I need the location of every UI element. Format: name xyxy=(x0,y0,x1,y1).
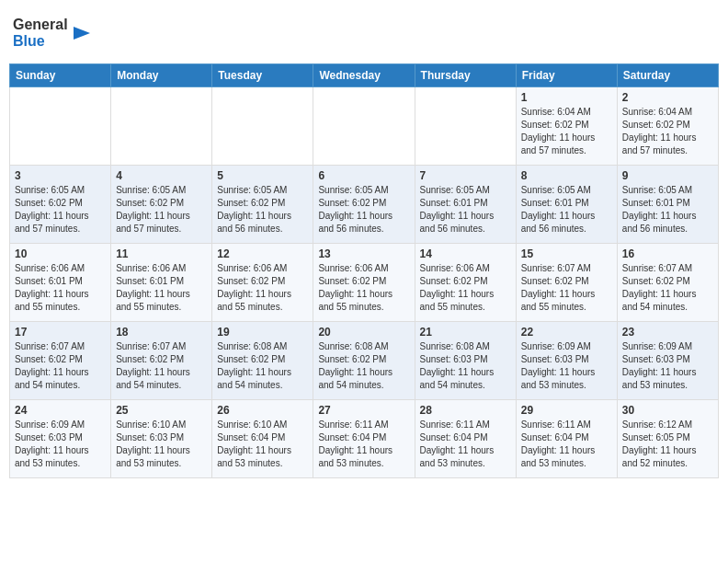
weekday-header-wednesday: Wednesday xyxy=(313,64,415,87)
logo-arrow-icon xyxy=(72,23,92,43)
calendar-cell xyxy=(10,87,111,166)
day-info: Sunrise: 6:09 AM Sunset: 6:03 PM Dayligh… xyxy=(622,340,713,392)
day-info: Sunrise: 6:06 AM Sunset: 6:02 PM Dayligh… xyxy=(318,262,409,314)
day-number: 10 xyxy=(15,247,106,260)
calendar-cell: 3Sunrise: 6:05 AM Sunset: 6:02 PM Daylig… xyxy=(10,166,111,244)
day-info: Sunrise: 6:11 AM Sunset: 6:04 PM Dayligh… xyxy=(318,419,409,470)
day-number: 22 xyxy=(521,326,612,339)
logo: General Blue xyxy=(13,17,92,49)
day-number: 13 xyxy=(318,247,409,260)
day-number: 3 xyxy=(15,169,106,182)
calendar-cell: 25Sunrise: 6:10 AM Sunset: 6:03 PM Dayli… xyxy=(111,400,212,478)
calendar-cell: 8Sunrise: 6:05 AM Sunset: 6:01 PM Daylig… xyxy=(516,166,617,244)
day-number: 2 xyxy=(622,91,713,104)
day-number: 6 xyxy=(318,169,409,182)
calendar-cell xyxy=(111,87,212,166)
day-info: Sunrise: 6:11 AM Sunset: 6:04 PM Dayligh… xyxy=(420,419,511,470)
calendar-cell: 18Sunrise: 6:07 AM Sunset: 6:02 PM Dayli… xyxy=(111,322,212,400)
day-number: 28 xyxy=(420,404,511,417)
weekday-header-sunday: Sunday xyxy=(10,64,111,87)
calendar-week-row: 3Sunrise: 6:05 AM Sunset: 6:02 PM Daylig… xyxy=(10,166,719,244)
day-info: Sunrise: 6:09 AM Sunset: 6:03 PM Dayligh… xyxy=(521,340,612,392)
calendar-cell: 24Sunrise: 6:09 AM Sunset: 6:03 PM Dayli… xyxy=(10,400,111,478)
day-number: 12 xyxy=(217,247,308,260)
day-number: 5 xyxy=(217,169,308,182)
day-info: Sunrise: 6:05 AM Sunset: 6:02 PM Dayligh… xyxy=(116,184,207,236)
day-number: 23 xyxy=(622,326,713,339)
day-info: Sunrise: 6:05 AM Sunset: 6:02 PM Dayligh… xyxy=(15,184,106,236)
day-number: 26 xyxy=(217,404,308,417)
day-info: Sunrise: 6:10 AM Sunset: 6:03 PM Dayligh… xyxy=(116,419,207,470)
calendar-cell: 19Sunrise: 6:08 AM Sunset: 6:02 PM Dayli… xyxy=(212,322,313,400)
day-number: 8 xyxy=(521,169,612,182)
day-info: Sunrise: 6:08 AM Sunset: 6:02 PM Dayligh… xyxy=(217,340,308,392)
day-number: 24 xyxy=(15,404,106,417)
day-number: 11 xyxy=(116,247,207,260)
calendar-cell: 28Sunrise: 6:11 AM Sunset: 6:04 PM Dayli… xyxy=(415,400,516,478)
calendar-cell: 6Sunrise: 6:05 AM Sunset: 6:02 PM Daylig… xyxy=(313,166,415,244)
calendar-cell: 1Sunrise: 6:04 AM Sunset: 6:02 PM Daylig… xyxy=(516,87,617,166)
day-number: 30 xyxy=(622,404,713,417)
calendar-cell: 22Sunrise: 6:09 AM Sunset: 6:03 PM Dayli… xyxy=(516,322,617,400)
day-number: 14 xyxy=(420,247,511,260)
svg-marker-0 xyxy=(74,27,90,40)
calendar-cell: 27Sunrise: 6:11 AM Sunset: 6:04 PM Dayli… xyxy=(313,400,415,478)
calendar-cell: 23Sunrise: 6:09 AM Sunset: 6:03 PM Dayli… xyxy=(617,322,718,400)
calendar-cell: 4Sunrise: 6:05 AM Sunset: 6:02 PM Daylig… xyxy=(111,166,212,244)
day-number: 29 xyxy=(521,404,612,417)
calendar-cell xyxy=(313,87,415,166)
day-number: 16 xyxy=(622,247,713,260)
day-number: 21 xyxy=(420,326,511,339)
day-number: 15 xyxy=(521,247,612,260)
day-info: Sunrise: 6:06 AM Sunset: 6:01 PM Dayligh… xyxy=(116,262,207,314)
calendar-cell: 21Sunrise: 6:08 AM Sunset: 6:03 PM Dayli… xyxy=(415,322,516,400)
weekday-header-friday: Friday xyxy=(516,64,617,87)
day-number: 7 xyxy=(420,169,511,182)
calendar-cell: 10Sunrise: 6:06 AM Sunset: 6:01 PM Dayli… xyxy=(10,244,111,322)
calendar-cell: 17Sunrise: 6:07 AM Sunset: 6:02 PM Dayli… xyxy=(10,322,111,400)
day-info: Sunrise: 6:08 AM Sunset: 6:03 PM Dayligh… xyxy=(420,340,511,392)
weekday-header-monday: Monday xyxy=(111,64,212,87)
calendar-cell: 14Sunrise: 6:06 AM Sunset: 6:02 PM Dayli… xyxy=(415,244,516,322)
weekday-header-tuesday: Tuesday xyxy=(212,64,313,87)
day-number: 18 xyxy=(116,326,207,339)
calendar-cell: 9Sunrise: 6:05 AM Sunset: 6:01 PM Daylig… xyxy=(617,166,718,244)
day-number: 19 xyxy=(217,326,308,339)
calendar-cell: 26Sunrise: 6:10 AM Sunset: 6:04 PM Dayli… xyxy=(212,400,313,478)
calendar-week-row: 1Sunrise: 6:04 AM Sunset: 6:02 PM Daylig… xyxy=(10,87,719,166)
day-number: 20 xyxy=(318,326,409,339)
logo-blue: Blue xyxy=(13,33,68,50)
day-info: Sunrise: 6:05 AM Sunset: 6:01 PM Dayligh… xyxy=(622,184,713,236)
calendar-cell xyxy=(415,87,516,166)
calendar-table: SundayMondayTuesdayWednesdayThursdayFrid… xyxy=(9,63,719,478)
day-info: Sunrise: 6:06 AM Sunset: 6:01 PM Dayligh… xyxy=(15,262,106,314)
calendar-cell: 13Sunrise: 6:06 AM Sunset: 6:02 PM Dayli… xyxy=(313,244,415,322)
calendar-week-row: 17Sunrise: 6:07 AM Sunset: 6:02 PM Dayli… xyxy=(10,322,719,400)
day-info: Sunrise: 6:12 AM Sunset: 6:05 PM Dayligh… xyxy=(622,419,713,470)
day-info: Sunrise: 6:11 AM Sunset: 6:04 PM Dayligh… xyxy=(521,419,612,470)
day-info: Sunrise: 6:04 AM Sunset: 6:02 PM Dayligh… xyxy=(622,106,713,157)
calendar-cell: 12Sunrise: 6:06 AM Sunset: 6:02 PM Dayli… xyxy=(212,244,313,322)
logo-general: General xyxy=(13,17,68,33)
day-number: 4 xyxy=(116,169,207,182)
logo-container: General Blue xyxy=(13,17,92,49)
calendar-cell: 29Sunrise: 6:11 AM Sunset: 6:04 PM Dayli… xyxy=(516,400,617,478)
calendar-cell: 15Sunrise: 6:07 AM Sunset: 6:02 PM Dayli… xyxy=(516,244,617,322)
day-info: Sunrise: 6:05 AM Sunset: 6:01 PM Dayligh… xyxy=(521,184,612,236)
calendar-cell: 16Sunrise: 6:07 AM Sunset: 6:02 PM Dayli… xyxy=(617,244,718,322)
calendar-cell: 11Sunrise: 6:06 AM Sunset: 6:01 PM Dayli… xyxy=(111,244,212,322)
day-number: 25 xyxy=(116,404,207,417)
calendar-header-row: SundayMondayTuesdayWednesdayThursdayFrid… xyxy=(10,64,719,87)
day-info: Sunrise: 6:05 AM Sunset: 6:02 PM Dayligh… xyxy=(318,184,409,236)
calendar-cell: 2Sunrise: 6:04 AM Sunset: 6:02 PM Daylig… xyxy=(617,87,718,166)
calendar-cell: 7Sunrise: 6:05 AM Sunset: 6:01 PM Daylig… xyxy=(415,166,516,244)
day-number: 9 xyxy=(622,169,713,182)
calendar-week-row: 24Sunrise: 6:09 AM Sunset: 6:03 PM Dayli… xyxy=(10,400,719,478)
day-info: Sunrise: 6:04 AM Sunset: 6:02 PM Dayligh… xyxy=(521,106,612,157)
day-info: Sunrise: 6:07 AM Sunset: 6:02 PM Dayligh… xyxy=(521,262,612,314)
day-number: 1 xyxy=(521,91,612,104)
calendar-week-row: 10Sunrise: 6:06 AM Sunset: 6:01 PM Dayli… xyxy=(10,244,719,322)
weekday-header-saturday: Saturday xyxy=(617,64,718,87)
day-info: Sunrise: 6:09 AM Sunset: 6:03 PM Dayligh… xyxy=(15,419,106,470)
day-info: Sunrise: 6:08 AM Sunset: 6:02 PM Dayligh… xyxy=(318,340,409,392)
